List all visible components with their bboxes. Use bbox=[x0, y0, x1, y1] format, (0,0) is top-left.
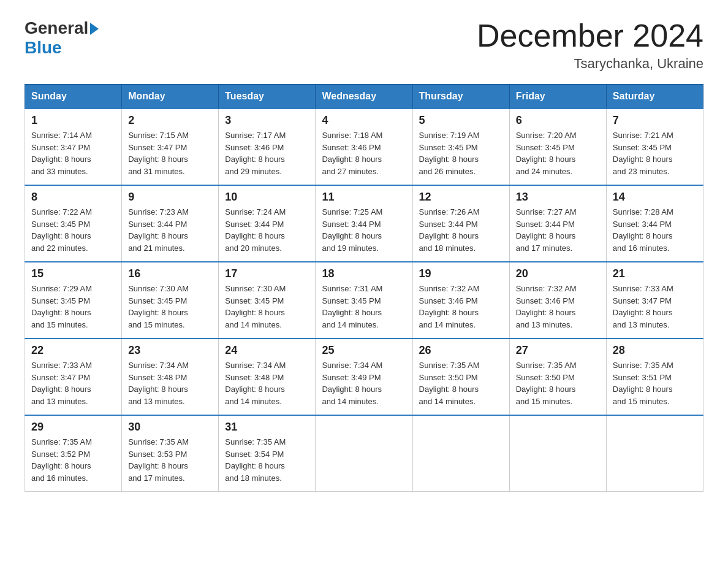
day-number: 16 bbox=[128, 267, 212, 280]
table-row: 6Sunrise: 7:20 AMSunset: 3:45 PMDaylight… bbox=[509, 109, 606, 185]
table-row: 21Sunrise: 7:33 AMSunset: 3:47 PMDayligh… bbox=[606, 262, 703, 339]
table-row: 5Sunrise: 7:19 AMSunset: 3:45 PMDaylight… bbox=[412, 109, 509, 185]
day-info: Sunrise: 7:35 AMSunset: 3:52 PMDaylight:… bbox=[31, 436, 115, 484]
table-row bbox=[412, 415, 509, 492]
logo: General Blue bbox=[25, 18, 99, 58]
day-info: Sunrise: 7:33 AMSunset: 3:47 PMDaylight:… bbox=[31, 359, 115, 407]
day-number: 28 bbox=[613, 344, 697, 357]
table-row: 17Sunrise: 7:30 AMSunset: 3:45 PMDayligh… bbox=[219, 262, 316, 339]
day-info: Sunrise: 7:35 AMSunset: 3:51 PMDaylight:… bbox=[613, 359, 697, 407]
day-number: 15 bbox=[31, 267, 115, 280]
day-number: 30 bbox=[128, 421, 212, 434]
day-info: Sunrise: 7:33 AMSunset: 3:47 PMDaylight:… bbox=[613, 283, 697, 331]
calendar-week-row: 8Sunrise: 7:22 AMSunset: 3:45 PMDaylight… bbox=[25, 185, 703, 262]
day-number: 31 bbox=[225, 421, 309, 434]
table-row: 16Sunrise: 7:30 AMSunset: 3:45 PMDayligh… bbox=[122, 262, 219, 339]
day-info: Sunrise: 7:19 AMSunset: 3:45 PMDaylight:… bbox=[419, 129, 503, 177]
table-row: 25Sunrise: 7:34 AMSunset: 3:49 PMDayligh… bbox=[316, 339, 412, 415]
table-row: 28Sunrise: 7:35 AMSunset: 3:51 PMDayligh… bbox=[606, 339, 703, 415]
day-number: 24 bbox=[225, 344, 309, 357]
header-saturday: Saturday bbox=[606, 85, 703, 109]
table-row: 30Sunrise: 7:35 AMSunset: 3:53 PMDayligh… bbox=[122, 415, 219, 492]
month-title: December 2024 bbox=[477, 18, 703, 53]
day-number: 13 bbox=[516, 191, 600, 204]
calendar-header-row: Sunday Monday Tuesday Wednesday Thursday… bbox=[25, 85, 703, 109]
day-number: 5 bbox=[419, 114, 503, 127]
day-number: 1 bbox=[31, 114, 115, 127]
table-row: 12Sunrise: 7:26 AMSunset: 3:44 PMDayligh… bbox=[412, 185, 509, 262]
day-number: 7 bbox=[613, 114, 697, 127]
day-info: Sunrise: 7:34 AMSunset: 3:49 PMDaylight:… bbox=[322, 359, 406, 407]
table-row bbox=[316, 415, 412, 492]
table-row: 15Sunrise: 7:29 AMSunset: 3:45 PMDayligh… bbox=[25, 262, 122, 339]
title-section: December 2024 Tsarychanka, Ukraine bbox=[477, 18, 703, 72]
day-info: Sunrise: 7:21 AMSunset: 3:45 PMDaylight:… bbox=[613, 129, 697, 177]
day-number: 23 bbox=[128, 344, 212, 357]
day-number: 3 bbox=[225, 114, 309, 127]
table-row: 24Sunrise: 7:34 AMSunset: 3:48 PMDayligh… bbox=[219, 339, 316, 415]
table-row: 29Sunrise: 7:35 AMSunset: 3:52 PMDayligh… bbox=[25, 415, 122, 492]
table-row: 10Sunrise: 7:24 AMSunset: 3:44 PMDayligh… bbox=[219, 185, 316, 262]
day-number: 17 bbox=[225, 267, 309, 280]
day-info: Sunrise: 7:14 AMSunset: 3:47 PMDaylight:… bbox=[31, 129, 115, 177]
day-number: 25 bbox=[322, 344, 406, 357]
day-number: 21 bbox=[613, 267, 697, 280]
header-thursday: Thursday bbox=[412, 85, 509, 109]
day-info: Sunrise: 7:35 AMSunset: 3:50 PMDaylight:… bbox=[419, 359, 503, 407]
day-number: 14 bbox=[613, 191, 697, 204]
table-row: 13Sunrise: 7:27 AMSunset: 3:44 PMDayligh… bbox=[509, 185, 606, 262]
day-info: Sunrise: 7:25 AMSunset: 3:44 PMDaylight:… bbox=[322, 206, 406, 254]
calendar-week-row: 22Sunrise: 7:33 AMSunset: 3:47 PMDayligh… bbox=[25, 339, 703, 415]
day-info: Sunrise: 7:34 AMSunset: 3:48 PMDaylight:… bbox=[128, 359, 212, 407]
day-info: Sunrise: 7:34 AMSunset: 3:48 PMDaylight:… bbox=[225, 359, 309, 407]
day-number: 10 bbox=[225, 191, 309, 204]
table-row: 14Sunrise: 7:28 AMSunset: 3:44 PMDayligh… bbox=[606, 185, 703, 262]
day-info: Sunrise: 7:29 AMSunset: 3:45 PMDaylight:… bbox=[31, 283, 115, 331]
table-row: 23Sunrise: 7:34 AMSunset: 3:48 PMDayligh… bbox=[122, 339, 219, 415]
page-header: General Blue December 2024 Tsarychanka, … bbox=[25, 18, 703, 72]
day-info: Sunrise: 7:27 AMSunset: 3:44 PMDaylight:… bbox=[516, 206, 600, 254]
day-number: 12 bbox=[419, 191, 503, 204]
table-row bbox=[606, 415, 703, 492]
day-info: Sunrise: 7:35 AMSunset: 3:53 PMDaylight:… bbox=[128, 436, 212, 484]
day-number: 26 bbox=[419, 344, 503, 357]
day-number: 4 bbox=[322, 114, 406, 127]
day-number: 2 bbox=[128, 114, 212, 127]
table-row: 22Sunrise: 7:33 AMSunset: 3:47 PMDayligh… bbox=[25, 339, 122, 415]
day-info: Sunrise: 7:24 AMSunset: 3:44 PMDaylight:… bbox=[225, 206, 309, 254]
day-number: 29 bbox=[31, 421, 115, 434]
day-number: 18 bbox=[322, 267, 406, 280]
day-number: 22 bbox=[31, 344, 115, 357]
day-info: Sunrise: 7:26 AMSunset: 3:44 PMDaylight:… bbox=[419, 206, 503, 254]
logo-arrow-icon bbox=[90, 23, 99, 35]
table-row: 18Sunrise: 7:31 AMSunset: 3:45 PMDayligh… bbox=[316, 262, 412, 339]
table-row: 26Sunrise: 7:35 AMSunset: 3:50 PMDayligh… bbox=[412, 339, 509, 415]
day-number: 6 bbox=[516, 114, 600, 127]
location: Tsarychanka, Ukraine bbox=[477, 56, 703, 72]
header-wednesday: Wednesday bbox=[316, 85, 412, 109]
day-info: Sunrise: 7:32 AMSunset: 3:46 PMDaylight:… bbox=[419, 283, 503, 331]
day-info: Sunrise: 7:32 AMSunset: 3:46 PMDaylight:… bbox=[516, 283, 600, 331]
table-row: 19Sunrise: 7:32 AMSunset: 3:46 PMDayligh… bbox=[412, 262, 509, 339]
table-row: 7Sunrise: 7:21 AMSunset: 3:45 PMDaylight… bbox=[606, 109, 703, 185]
day-info: Sunrise: 7:17 AMSunset: 3:46 PMDaylight:… bbox=[225, 129, 309, 177]
day-info: Sunrise: 7:18 AMSunset: 3:46 PMDaylight:… bbox=[322, 129, 406, 177]
table-row: 2Sunrise: 7:15 AMSunset: 3:47 PMDaylight… bbox=[122, 109, 219, 185]
header-monday: Monday bbox=[122, 85, 219, 109]
table-row bbox=[509, 415, 606, 492]
day-info: Sunrise: 7:23 AMSunset: 3:44 PMDaylight:… bbox=[128, 206, 212, 254]
calendar-week-row: 1Sunrise: 7:14 AMSunset: 3:47 PMDaylight… bbox=[25, 109, 703, 185]
day-info: Sunrise: 7:15 AMSunset: 3:47 PMDaylight:… bbox=[128, 129, 212, 177]
day-info: Sunrise: 7:35 AMSunset: 3:50 PMDaylight:… bbox=[516, 359, 600, 407]
day-number: 27 bbox=[516, 344, 600, 357]
day-info: Sunrise: 7:30 AMSunset: 3:45 PMDaylight:… bbox=[128, 283, 212, 331]
calendar-week-row: 15Sunrise: 7:29 AMSunset: 3:45 PMDayligh… bbox=[25, 262, 703, 339]
table-row: 3Sunrise: 7:17 AMSunset: 3:46 PMDaylight… bbox=[219, 109, 316, 185]
table-row: 4Sunrise: 7:18 AMSunset: 3:46 PMDaylight… bbox=[316, 109, 412, 185]
day-number: 19 bbox=[419, 267, 503, 280]
table-row: 1Sunrise: 7:14 AMSunset: 3:47 PMDaylight… bbox=[25, 109, 122, 185]
logo-general-text: General bbox=[25, 18, 88, 38]
day-info: Sunrise: 7:22 AMSunset: 3:45 PMDaylight:… bbox=[31, 206, 115, 254]
header-tuesday: Tuesday bbox=[219, 85, 316, 109]
calendar-week-row: 29Sunrise: 7:35 AMSunset: 3:52 PMDayligh… bbox=[25, 415, 703, 492]
